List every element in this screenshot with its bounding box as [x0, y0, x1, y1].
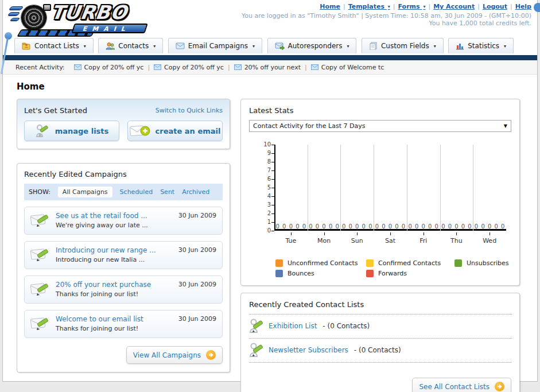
button-label: create an email: [156, 127, 221, 135]
chart-value-label: 0: [428, 223, 432, 230]
chart-value-label: 0: [494, 223, 498, 230]
contact-list-link[interactable]: Newsletter Subscribers: [269, 346, 348, 354]
campaign-title-link[interactable]: 20% off your next purchase: [56, 281, 173, 289]
filter-all-campaigns[interactable]: All Campaigns: [58, 187, 112, 197]
tab-contact-lists[interactable]: Contact Lists ▾: [14, 38, 94, 53]
chart-value-label: 0: [342, 223, 345, 230]
chevron-down-icon: ▾: [84, 44, 86, 49]
create-email-icon: [130, 125, 150, 137]
chart-value-label: 0: [276, 223, 279, 230]
campaign-row: Introducing our new range ... Introducin…: [24, 241, 223, 269]
y-axis-tick-mark: [271, 231, 274, 231]
recently-edited-campaigns-panel: Recently Edited Campaigns SHOW: All Camp…: [17, 163, 230, 372]
dropdown-caret-icon: ▾: [388, 4, 390, 9]
tab-label: Autoresponders: [288, 42, 343, 50]
header-link-logout[interactable]: Logout: [483, 3, 507, 10]
filter-sent[interactable]: Sent: [160, 188, 174, 196]
manage-lists-icon: [35, 124, 50, 138]
turbo-email-logo[interactable]: TURBO EMAIL: [9, 2, 146, 36]
tab-custom-fields[interactable]: Custom Fields ▾: [362, 38, 444, 53]
x-axis-tick-mark: [456, 232, 457, 235]
y-axis-tick-label: 3: [258, 201, 271, 208]
campaign-title-link[interactable]: Welcome to our email list: [56, 315, 173, 323]
legend-swatch: [454, 259, 462, 267]
tab-email-campaigns[interactable]: Email Campaigns ▾: [168, 38, 262, 53]
main-panel: TURBO EMAIL Home|Templates ▾|Forms ▾|My …: [2, 0, 538, 382]
x-axis-day-label: Sun: [340, 237, 374, 244]
section-title: Latest Stats: [249, 106, 511, 115]
chevron-down-icon: ▾: [153, 44, 156, 49]
chevron-down-icon: ▾: [347, 44, 349, 49]
filter-scheduled[interactable]: Scheduled: [120, 188, 153, 196]
filter-archived[interactable]: Archived: [182, 188, 209, 196]
x-axis-day-label: Sat: [374, 237, 407, 244]
chart-gridline: [308, 145, 308, 231]
campaign-subtitle: Thanks for joining our list!: [56, 290, 173, 298]
separator: |: [477, 3, 480, 10]
chart-value-label: 0: [421, 223, 425, 230]
header-link-home[interactable]: Home: [320, 3, 340, 10]
recent-activity-bar: Recent Activity: Copy of 20% off yc | Co…: [3, 60, 537, 75]
chart-value-label: 0: [282, 223, 286, 230]
header-link-help[interactable]: Help: [515, 3, 531, 10]
campaign-date: 30 Jun 2009: [178, 315, 216, 323]
autoresponder-envelope-icon: [275, 42, 285, 50]
chart-gridline: [340, 145, 341, 231]
y-axis-tick-mark: [271, 205, 274, 205]
campaign-subtitle: Introducing our new Italia ...: [56, 256, 173, 263]
recent-activity-item[interactable]: 20% off your next: [234, 64, 301, 71]
contact-list-row: Newsletter Subscribers - (0 Contacts): [249, 339, 511, 363]
chart-value-label: 0: [435, 223, 438, 230]
chart-value-label: 0: [289, 223, 293, 230]
button-label: manage lists: [55, 127, 109, 135]
view-all-campaigns-button[interactable]: View All Campaigns: [126, 346, 223, 364]
contact-list-link[interactable]: Exhibition List: [269, 322, 317, 330]
chart-value-label: 0: [408, 223, 411, 230]
statistics-chart-icon: [456, 42, 464, 50]
section-title: Let's Get Started: [24, 106, 87, 115]
logo-title: TURBO: [50, 3, 129, 22]
x-axis-day-label: Thu: [440, 237, 473, 244]
y-axis-tick-label: 9: [258, 150, 271, 156]
y-axis-tick-label: 5: [258, 184, 271, 191]
contact-list-row: Exhibition List - (0 Contacts): [249, 315, 511, 339]
see-all-contact-lists-button[interactable]: See All Contact Lists: [412, 378, 511, 392]
campaign-title-link[interactable]: Introducing our new range ...: [56, 246, 173, 254]
manage-lists-button[interactable]: manage lists: [24, 121, 119, 141]
tab-contacts[interactable]: Contacts ▾: [98, 38, 163, 53]
y-axis-tick-label: 2: [258, 210, 271, 216]
chart-value-label: 0: [389, 223, 392, 230]
header-link-forms[interactable]: Forms ▾: [398, 3, 426, 10]
legend-swatch: [366, 259, 374, 267]
stats-report-select[interactable]: Contact Activity for the Last 7 Days ▼: [249, 120, 511, 132]
legend-label: Confirmed Contacts: [378, 259, 441, 267]
header-link-my-account[interactable]: My Account: [433, 3, 475, 10]
y-axis-tick-label: 7: [258, 167, 271, 173]
recent-activity-label: Recent Activity:: [15, 64, 65, 71]
chart-gridline: [440, 145, 441, 231]
chart-gridline: [407, 145, 407, 231]
header-link-templates[interactable]: Templates ▾: [348, 3, 390, 10]
create-an-email-button[interactable]: create an email: [127, 121, 223, 141]
tab-autoresponders[interactable]: Autoresponders ▾: [267, 38, 357, 53]
contact-list-pencil-icon: [249, 319, 263, 333]
chart-gridline: [473, 145, 473, 231]
tab-label: Email Campaigns: [188, 42, 248, 50]
chart-value-labels: 00000: [407, 222, 440, 230]
separator: |: [228, 64, 230, 71]
separator: |: [393, 3, 395, 10]
latest-stats-panel: Latest Stats Contact Activity for the La…: [240, 99, 520, 286]
x-axis-day-label: Wed: [473, 237, 506, 244]
tab-statistics[interactable]: Statistics ▾: [448, 38, 514, 53]
recent-activity-item[interactable]: Copy of 20% off yc: [74, 64, 144, 71]
recent-activity-item[interactable]: Copy of Welcome tc: [311, 64, 384, 71]
flame-icon: [7, 12, 21, 16]
x-axis-tick-mark: [390, 232, 391, 235]
contact-list-count: - (0 Contacts): [323, 322, 370, 330]
switch-to-quick-links[interactable]: Switch to Quick Links: [156, 107, 223, 114]
envelope-icon: [154, 64, 161, 70]
chart-value-labels: 00000: [374, 222, 407, 230]
chart-value-labels: 00000: [473, 222, 506, 230]
campaign-title-link[interactable]: See us at the retail food ...: [56, 212, 173, 220]
recent-activity-item[interactable]: Copy of 20% off yc: [154, 64, 224, 71]
